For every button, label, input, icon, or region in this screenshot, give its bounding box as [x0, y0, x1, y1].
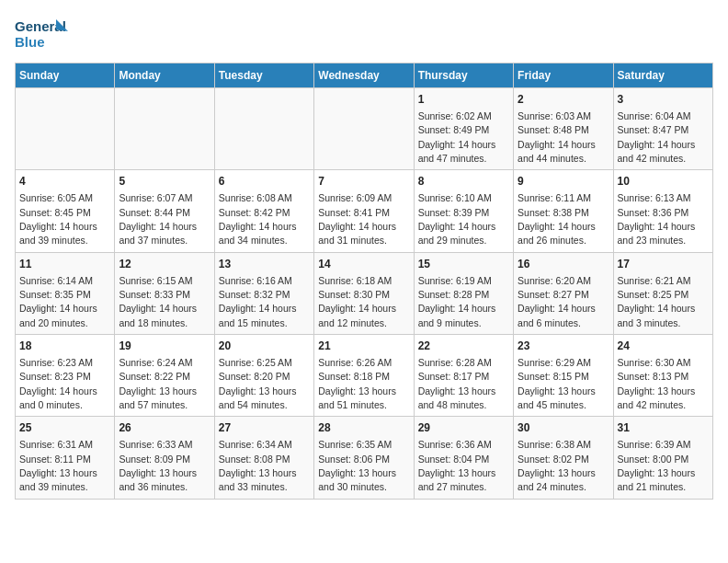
day-detail: Sunrise: 6:38 AM Sunset: 8:02 PM Dayligh…: [518, 439, 596, 492]
calendar-cell: 24Sunrise: 6:30 AM Sunset: 8:13 PM Dayli…: [613, 335, 712, 417]
day-number: 1: [418, 92, 509, 108]
day-number: 28: [318, 420, 409, 436]
calendar-cell: 17Sunrise: 6:21 AM Sunset: 8:25 PM Dayli…: [613, 252, 712, 334]
day-detail: Sunrise: 6:23 AM Sunset: 8:23 PM Dayligh…: [19, 357, 97, 410]
day-detail: Sunrise: 6:13 AM Sunset: 8:36 PM Dayligh…: [618, 192, 696, 246]
day-number: 12: [119, 257, 210, 272]
calendar-cell: 31Sunrise: 6:39 AM Sunset: 8:00 PM Dayli…: [613, 417, 712, 499]
day-detail: Sunrise: 6:30 AM Sunset: 8:13 PM Dayligh…: [618, 357, 696, 410]
calendar-body: 1Sunrise: 6:02 AM Sunset: 8:49 PM Daylig…: [16, 88, 713, 500]
week-row-4: 25Sunrise: 6:31 AM Sunset: 8:11 PM Dayli…: [16, 417, 713, 499]
day-number: 14: [318, 257, 409, 272]
header-row: SundayMondayTuesdayWednesdayThursdayFrid…: [16, 63, 713, 88]
calendar-cell: 29Sunrise: 6:36 AM Sunset: 8:04 PM Dayli…: [414, 417, 513, 499]
day-number: 6: [219, 174, 310, 190]
calendar-cell: [214, 88, 313, 170]
day-number: 27: [219, 420, 310, 436]
day-number: 9: [518, 174, 609, 190]
day-detail: Sunrise: 6:02 AM Sunset: 8:49 PM Dayligh…: [418, 110, 496, 164]
calendar-cell: 27Sunrise: 6:34 AM Sunset: 8:08 PM Dayli…: [214, 417, 313, 499]
day-number: 11: [19, 257, 110, 272]
day-detail: Sunrise: 6:19 AM Sunset: 8:28 PM Dayligh…: [418, 275, 496, 328]
day-number: 20: [219, 339, 310, 354]
header-cell-monday: Monday: [115, 63, 214, 88]
calendar-cell: 15Sunrise: 6:19 AM Sunset: 8:28 PM Dayli…: [414, 252, 513, 334]
calendar-cell: 12Sunrise: 6:15 AM Sunset: 8:33 PM Dayli…: [115, 252, 214, 334]
calendar-cell: [314, 88, 414, 170]
calendar-cell: [16, 88, 115, 170]
day-detail: Sunrise: 6:08 AM Sunset: 8:42 PM Dayligh…: [219, 192, 297, 246]
calendar-cell: 10Sunrise: 6:13 AM Sunset: 8:36 PM Dayli…: [613, 170, 712, 252]
day-number: 13: [219, 257, 310, 272]
day-number: 21: [318, 339, 409, 354]
calendar-cell: 22Sunrise: 6:28 AM Sunset: 8:17 PM Dayli…: [414, 335, 513, 417]
calendar-cell: 20Sunrise: 6:25 AM Sunset: 8:20 PM Dayli…: [214, 335, 313, 417]
calendar-cell: 11Sunrise: 6:14 AM Sunset: 8:35 PM Dayli…: [16, 252, 115, 334]
day-detail: Sunrise: 6:26 AM Sunset: 8:18 PM Dayligh…: [318, 357, 396, 410]
day-number: 8: [418, 174, 509, 190]
day-detail: Sunrise: 6:05 AM Sunset: 8:45 PM Dayligh…: [19, 192, 97, 246]
day-number: 31: [618, 420, 709, 436]
day-detail: Sunrise: 6:15 AM Sunset: 8:33 PM Dayligh…: [119, 275, 197, 328]
header-cell-wednesday: Wednesday: [314, 63, 414, 88]
calendar-table: SundayMondayTuesdayWednesdayThursdayFrid…: [15, 63, 713, 500]
day-detail: Sunrise: 6:35 AM Sunset: 8:06 PM Dayligh…: [318, 439, 396, 492]
calendar-cell: 4Sunrise: 6:05 AM Sunset: 8:45 PM Daylig…: [16, 170, 115, 252]
day-detail: Sunrise: 6:39 AM Sunset: 8:00 PM Dayligh…: [618, 439, 696, 492]
calendar-cell: 18Sunrise: 6:23 AM Sunset: 8:23 PM Dayli…: [16, 335, 115, 417]
day-number: 10: [618, 174, 709, 190]
day-detail: Sunrise: 6:20 AM Sunset: 8:27 PM Dayligh…: [518, 275, 596, 328]
calendar-cell: 13Sunrise: 6:16 AM Sunset: 8:32 PM Dayli…: [214, 252, 313, 334]
calendar-cell: 14Sunrise: 6:18 AM Sunset: 8:30 PM Dayli…: [314, 252, 414, 334]
day-number: 4: [19, 174, 110, 190]
week-row-1: 4Sunrise: 6:05 AM Sunset: 8:45 PM Daylig…: [16, 170, 713, 252]
calendar-cell: 9Sunrise: 6:11 AM Sunset: 8:38 PM Daylig…: [514, 170, 613, 252]
day-detail: Sunrise: 6:36 AM Sunset: 8:04 PM Dayligh…: [418, 439, 496, 492]
week-row-2: 11Sunrise: 6:14 AM Sunset: 8:35 PM Dayli…: [16, 252, 713, 334]
svg-text:Blue: Blue: [15, 34, 45, 50]
day-number: 16: [518, 257, 609, 272]
day-detail: Sunrise: 6:25 AM Sunset: 8:20 PM Dayligh…: [219, 357, 297, 410]
day-number: 18: [19, 339, 110, 354]
calendar-cell: [115, 88, 214, 170]
day-number: 30: [518, 420, 609, 436]
calendar-cell: 5Sunrise: 6:07 AM Sunset: 8:44 PM Daylig…: [115, 170, 214, 252]
day-detail: Sunrise: 6:14 AM Sunset: 8:35 PM Dayligh…: [19, 275, 97, 328]
day-detail: Sunrise: 6:31 AM Sunset: 8:11 PM Dayligh…: [19, 439, 97, 492]
day-number: 22: [418, 339, 509, 354]
week-row-3: 18Sunrise: 6:23 AM Sunset: 8:23 PM Dayli…: [16, 335, 713, 417]
calendar-cell: 1Sunrise: 6:02 AM Sunset: 8:49 PM Daylig…: [414, 88, 513, 170]
day-number: 7: [318, 174, 409, 190]
header-cell-tuesday: Tuesday: [214, 63, 313, 88]
calendar-cell: 6Sunrise: 6:08 AM Sunset: 8:42 PM Daylig…: [214, 170, 313, 252]
day-detail: Sunrise: 6:16 AM Sunset: 8:32 PM Dayligh…: [219, 275, 297, 328]
calendar-cell: 16Sunrise: 6:20 AM Sunset: 8:27 PM Dayli…: [514, 252, 613, 334]
header-cell-saturday: Saturday: [613, 63, 712, 88]
day-number: 23: [518, 339, 609, 354]
day-detail: Sunrise: 6:21 AM Sunset: 8:25 PM Dayligh…: [618, 275, 696, 328]
calendar-header: SundayMondayTuesdayWednesdayThursdayFrid…: [16, 63, 713, 88]
calendar-cell: 7Sunrise: 6:09 AM Sunset: 8:41 PM Daylig…: [314, 170, 414, 252]
day-detail: Sunrise: 6:09 AM Sunset: 8:41 PM Dayligh…: [318, 192, 396, 246]
calendar-cell: 28Sunrise: 6:35 AM Sunset: 8:06 PM Dayli…: [314, 417, 414, 499]
header-cell-thursday: Thursday: [414, 63, 513, 88]
day-number: 5: [119, 174, 210, 190]
day-number: 25: [19, 420, 110, 436]
day-number: 29: [418, 420, 509, 436]
header-cell-friday: Friday: [514, 63, 613, 88]
day-number: 3: [618, 92, 709, 108]
day-detail: Sunrise: 6:11 AM Sunset: 8:38 PM Dayligh…: [518, 192, 596, 246]
day-number: 15: [418, 257, 509, 272]
calendar-cell: 3Sunrise: 6:04 AM Sunset: 8:47 PM Daylig…: [613, 88, 712, 170]
day-number: 24: [618, 339, 709, 354]
day-detail: Sunrise: 6:28 AM Sunset: 8:17 PM Dayligh…: [418, 357, 496, 410]
logo-svg: GeneralBlue: [15, 15, 70, 52]
calendar-cell: 23Sunrise: 6:29 AM Sunset: 8:15 PM Dayli…: [514, 335, 613, 417]
day-number: 2: [518, 92, 609, 108]
calendar-cell: 25Sunrise: 6:31 AM Sunset: 8:11 PM Dayli…: [16, 417, 115, 499]
day-detail: Sunrise: 6:29 AM Sunset: 8:15 PM Dayligh…: [518, 357, 596, 410]
day-detail: Sunrise: 6:04 AM Sunset: 8:47 PM Dayligh…: [618, 110, 696, 164]
calendar-cell: 21Sunrise: 6:26 AM Sunset: 8:18 PM Dayli…: [314, 335, 414, 417]
day-detail: Sunrise: 6:07 AM Sunset: 8:44 PM Dayligh…: [119, 192, 197, 246]
day-detail: Sunrise: 6:18 AM Sunset: 8:30 PM Dayligh…: [318, 275, 396, 328]
